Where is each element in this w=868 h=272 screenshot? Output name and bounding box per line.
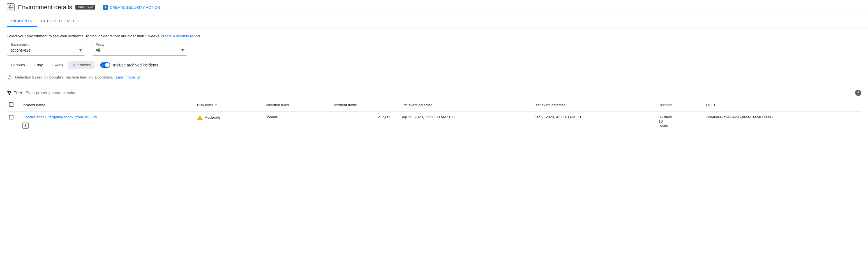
learn-more-link[interactable]: Learn more — [116, 75, 141, 79]
create-security-action-button[interactable]: + CREATE SECURITY ACTION — [103, 5, 160, 10]
time-filter-1w[interactable]: 1 week — [48, 61, 67, 69]
toggle-label: Include archived incidents — [113, 63, 158, 67]
tab-incidents[interactable]: INCIDENTS — [7, 15, 37, 27]
external-link-icon — [136, 75, 141, 79]
th-first-event: First event detected — [396, 99, 529, 111]
th-duration: Duration — [654, 99, 702, 111]
environment-label: Environment — [9, 42, 31, 47]
time-filter-1d[interactable]: 1 day — [30, 61, 47, 69]
header-checkbox[interactable] — [9, 102, 13, 107]
incident-traffic-cell: 217,605 — [330, 111, 396, 132]
download-icon[interactable] — [23, 123, 29, 129]
svg-text:!: ! — [199, 117, 200, 120]
row-checkbox[interactable] — [9, 115, 13, 119]
th-last-event: Last event detected — [529, 99, 654, 111]
table-container: Incident name Risk level Detection rules… — [7, 99, 861, 132]
proxy-dropdown-group: Proxy All ▼ — [92, 45, 187, 56]
time-filter-12h[interactable]: 12 hours — [7, 61, 29, 69]
filter-input[interactable] — [26, 91, 852, 95]
filter-label: Filter — [13, 91, 22, 95]
arrow-left-icon — [7, 4, 14, 11]
environment-dropdown-wrapper: Environment actions-e2e ▼ — [7, 45, 85, 56]
incident-name-cell: Flooder attack, targeting mock, from 392… — [18, 111, 193, 132]
th-incident-name: Incident name — [18, 99, 193, 111]
filter-row: Filter ? — [7, 87, 861, 99]
filter-icon-wrap: Filter — [7, 90, 22, 95]
last-event-cell: Dec 7, 2023, 4:50:43 PM UTC — [529, 111, 654, 132]
filter-icon — [7, 90, 12, 95]
refresh-cycle-icon — [7, 74, 12, 80]
time-filter-row: 12 hours 1 day 1 week ✓ 2 weeks Include … — [7, 61, 861, 69]
th-incident-traffic: Incident traffic — [330, 99, 396, 111]
proxy-label: Proxy — [95, 42, 106, 47]
table-header-row: Incident name Risk level Detection rules… — [7, 99, 861, 111]
proxy-select[interactable]: All — [92, 45, 187, 56]
ml-note: Detection based on Google's machine lear… — [7, 74, 861, 80]
th-uuid: UUID — [702, 99, 861, 111]
content-area: Select your environment to see your inci… — [0, 28, 868, 138]
time-filter-2w[interactable]: ✓ 2 weeks — [68, 61, 95, 69]
back-button[interactable] — [7, 3, 14, 11]
environment-dropdown-group: Environment actions-e2e ▼ — [7, 45, 85, 56]
proxy-dropdown-wrapper: Proxy All ▼ — [92, 45, 187, 56]
uuid-cell: 3c840e60-b949-4295-865f-61ec480faa42 — [702, 111, 861, 132]
warning-icon: ! — [197, 115, 203, 120]
incidents-table: Incident name Risk level Detection rules… — [7, 99, 861, 132]
info-text: Select your environment to see your inci… — [7, 33, 861, 39]
header: Environment details PREVIEW + CREATE SEC… — [0, 0, 868, 15]
th-detection-rules: Detection rules — [260, 99, 330, 111]
risk-level-cell: ! Moderate — [193, 111, 260, 132]
toggle-wrapper: Include archived incidents — [100, 62, 158, 68]
page-title: Environment details — [18, 4, 72, 11]
sort-down-icon — [214, 102, 218, 107]
th-checkbox — [7, 99, 18, 111]
dropdowns-row: Environment actions-e2e ▼ Proxy All ▼ — [7, 45, 861, 56]
detection-rules-cell: Flooder — [260, 111, 330, 132]
plus-icon: + — [103, 5, 108, 10]
security-report-link[interactable]: create a security report — [161, 34, 200, 38]
first-event-cell: Sep 12, 2023, 12:30:00 AM UTC — [396, 111, 529, 132]
table-row: Flooder attack, targeting mock, from 392… — [7, 111, 861, 132]
help-icon[interactable]: ? — [855, 90, 861, 96]
row-checkbox-cell — [7, 111, 18, 132]
duration-cell: 86 days 16 hours — [654, 111, 702, 132]
preview-badge: PREVIEW — [75, 5, 95, 9]
incident-name-link[interactable]: Flooder attack, targeting mock, from 392… — [23, 115, 97, 119]
archived-toggle[interactable] — [100, 62, 110, 68]
warning-triangle-icon: ! — [197, 115, 203, 120]
checkmark-icon: ✓ — [72, 63, 76, 67]
th-risk-level[interactable]: Risk level — [193, 99, 260, 111]
tabs-container: INCIDENTS DETECTED TRAFFIC — [0, 15, 868, 28]
tab-detected-traffic[interactable]: DETECTED TRAFFIC — [37, 15, 84, 27]
